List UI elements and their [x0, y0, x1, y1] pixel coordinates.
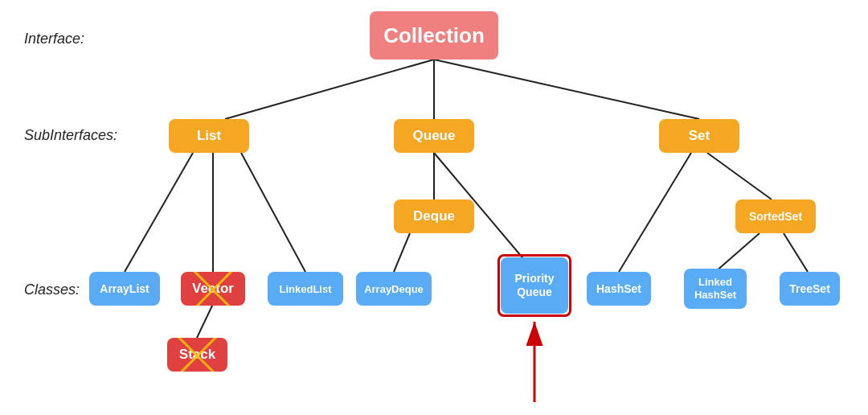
svg-line-3 [125, 153, 193, 272]
node-list: List [169, 119, 249, 153]
node-arraydeque: ArrayDeque [356, 272, 432, 306]
svg-line-5 [241, 153, 305, 272]
priorityqueue-highlight [497, 254, 571, 317]
svg-line-9 [707, 153, 772, 199]
node-set: Set [659, 119, 739, 153]
svg-line-10 [619, 153, 691, 272]
node-deque: Deque [394, 199, 474, 233]
classes-label: Classes: [24, 281, 80, 298]
node-treeset: TreeSet [780, 272, 840, 306]
node-hashset: HashSet [587, 272, 651, 306]
node-vector: Vector [181, 272, 245, 306]
node-stack: Stack [167, 338, 227, 372]
subinterfaces-label: SubInterfaces: [24, 127, 117, 144]
node-arraylist: ArrayList [89, 272, 160, 306]
svg-line-12 [784, 233, 808, 272]
svg-line-13 [197, 304, 213, 338]
node-collection: Collection [370, 11, 498, 60]
node-linkedhashset: LinkedHashSet [684, 269, 747, 309]
node-sortedset: SortedSet [735, 199, 816, 233]
svg-line-11 [715, 233, 760, 272]
svg-line-0 [225, 60, 434, 119]
node-linkedlist: LinkedList [268, 272, 343, 306]
interface-label: Interface: [24, 31, 84, 47]
diagram-container: Interface: SubInterfaces: Classes: Colle… [0, 0, 868, 415]
svg-line-2 [434, 60, 699, 119]
node-queue: Queue [394, 119, 474, 153]
svg-line-8 [394, 233, 410, 272]
